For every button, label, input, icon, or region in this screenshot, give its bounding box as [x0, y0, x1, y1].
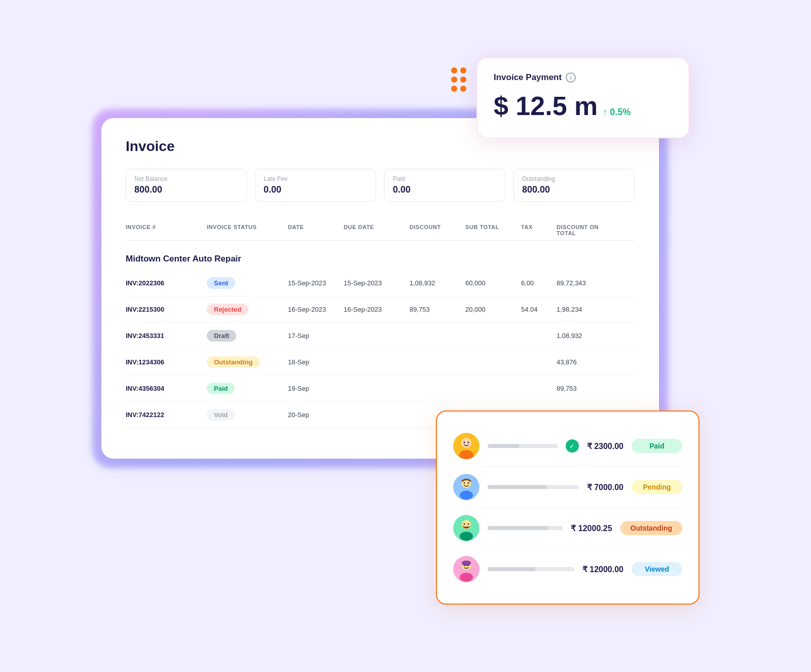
- svg-point-4: [468, 442, 469, 443]
- status-badge: Sent: [207, 277, 235, 289]
- progress-bar: [488, 567, 574, 571]
- invoice-num: INV:2215300: [126, 306, 207, 313]
- invoice-status-cell: Sent: [207, 277, 288, 289]
- invoice-discount: 1,08,932: [410, 279, 465, 287]
- invoice-status-cell: Rejected: [207, 304, 288, 315]
- svg-point-7: [460, 491, 473, 500]
- summary-outstanding: Outstanding 800.00: [513, 169, 635, 202]
- table-row[interactable]: INV:2215300 Rejected 16-Sep-2023 16-Sep-…: [126, 296, 635, 323]
- invoice-discount: 89,753: [410, 306, 465, 313]
- svg-point-12: [460, 532, 473, 541]
- invoice-sub-total: 60,000: [465, 279, 521, 287]
- avatar: [453, 556, 480, 582]
- col-discount: DISCOUNT: [410, 224, 465, 236]
- detail-row: ₹ 12000.00 Viewed: [453, 549, 682, 589]
- outstanding-label: Outstanding: [522, 175, 626, 182]
- invoice-status-cell: Outstanding: [207, 356, 288, 368]
- invoice-num: INV:2453331: [126, 332, 207, 340]
- detail-amount: ₹ 7000.00: [587, 482, 623, 492]
- status-badge: Draft: [207, 330, 236, 342]
- col-sub-total: SUB TOTAL: [465, 224, 521, 236]
- details-card: ✓ ₹ 2300.00 Paid ₹ 7000.00 Pending ₹ 120…: [436, 410, 699, 605]
- svg-point-8: [464, 482, 465, 484]
- col-date: DATE: [288, 224, 344, 236]
- status-badge: Outstanding: [207, 356, 260, 368]
- invoice-date: 15-Sep-2023: [288, 279, 344, 287]
- summary-row: Net Balance 800.00 Late Fee 0.00 Paid 0.…: [126, 169, 635, 202]
- table-row[interactable]: INV:2453331 Draft 17-Sep 1,08,932: [126, 323, 635, 349]
- invoice-card: Invoice Net Balance 800.00 Late Fee 0.00…: [101, 118, 659, 459]
- check-icon: ✓: [566, 439, 579, 453]
- invoice-num: INV:1234306: [126, 358, 207, 366]
- svg-point-3: [464, 442, 465, 443]
- detail-row: ✓ ₹ 2300.00 Paid: [453, 426, 682, 467]
- invoice-due-date: 16-Sep-2023: [344, 306, 410, 313]
- late-fee-label: Late Fee: [264, 175, 367, 182]
- invoice-date: 20-Sep: [288, 411, 344, 419]
- paid-label: Paid: [393, 175, 497, 182]
- status-badge: Void: [207, 409, 235, 421]
- svg-point-1: [461, 438, 471, 448]
- payment-card-title: Invoice Payment i: [494, 72, 672, 83]
- invoice-status-cell: Draft: [207, 330, 288, 342]
- detail-status-badge: Paid: [632, 439, 682, 453]
- invoice-date: 17-Sep: [288, 332, 344, 340]
- late-fee-value: 0.00: [264, 184, 367, 195]
- summary-paid: Paid 0.00: [384, 169, 505, 202]
- detail-amount: ₹ 2300.00: [587, 441, 623, 451]
- invoice-tax: 54.04: [521, 306, 557, 313]
- payment-amount: $ 12.5 m ↑ 0.5%: [494, 91, 672, 121]
- invoice-tax: 6.00: [521, 279, 557, 287]
- progress-bar: [488, 526, 563, 530]
- detail-status-badge: Viewed: [632, 562, 682, 576]
- payment-title-text: Invoice Payment: [494, 72, 562, 83]
- invoice-discount-total: 1,08,932: [557, 332, 617, 340]
- detail-status-badge: Pending: [632, 480, 682, 494]
- paid-value: 0.00: [393, 184, 497, 195]
- info-icon[interactable]: i: [566, 72, 576, 83]
- col-tax: TAX: [521, 224, 557, 236]
- invoice-discount-total: 89,753: [557, 385, 617, 392]
- table-row[interactable]: INV:2022306 Sent 15-Sep-2023 15-Sep-2023…: [126, 270, 635, 296]
- invoice-date: 19-Sep: [288, 385, 344, 392]
- invoice-num: INV:2022306: [126, 279, 207, 287]
- invoice-title: Invoice: [126, 138, 635, 155]
- detail-rows: ✓ ₹ 2300.00 Paid ₹ 7000.00 Pending ₹ 120…: [453, 426, 682, 589]
- invoice-num: INV:7422122: [126, 411, 207, 419]
- invoice-sub-total: 20,000: [465, 306, 521, 313]
- detail-amount: ₹ 12000.00: [582, 565, 623, 574]
- invoice-date: 16-Sep-2023: [288, 306, 344, 313]
- status-badge: Rejected: [207, 304, 248, 315]
- status-badge: Paid: [207, 383, 235, 394]
- invoice-due-date: 15-Sep-2023: [344, 279, 410, 287]
- dots-decoration: [451, 67, 466, 92]
- detail-amount: ₹ 12000.25: [571, 524, 612, 533]
- avatar: [453, 433, 480, 459]
- summary-late-fee: Late Fee 0.00: [255, 169, 376, 202]
- col-due-date: DUE DATE: [344, 224, 410, 236]
- table-rows: INV:2022306 Sent 15-Sep-2023 15-Sep-2023…: [126, 270, 635, 428]
- invoice-status-cell: Void: [207, 409, 288, 421]
- col-discount-on-total: DISCOUNT ON TOTAL: [557, 224, 617, 236]
- payment-amount-value: $ 12.5 m: [494, 91, 598, 121]
- payment-card: Invoice Payment i $ 12.5 m ↑ 0.5%: [476, 57, 689, 138]
- net-balance-label: Net Balance: [134, 175, 238, 182]
- net-balance-value: 800.00: [134, 184, 238, 195]
- progress-bar: [488, 485, 579, 489]
- svg-point-9: [468, 482, 469, 484]
- outstanding-value: 800.00: [522, 184, 626, 195]
- invoice-date: 18-Sep: [288, 358, 344, 366]
- avatar: [453, 474, 480, 500]
- table-row[interactable]: INV:1234306 Outstanding 18-Sep 43,876: [126, 349, 635, 376]
- invoice-status-cell: Paid: [207, 383, 288, 394]
- invoice-discount-total: 43,876: [557, 358, 617, 366]
- detail-status-badge: Outstanding: [620, 521, 682, 535]
- summary-net-balance: Net Balance 800.00: [126, 169, 247, 202]
- svg-point-14: [468, 524, 469, 525]
- svg-point-13: [464, 524, 465, 525]
- table-row[interactable]: INV:4356304 Paid 19-Sep 89,753: [126, 376, 635, 402]
- invoice-discount-total: 1,98,234: [557, 306, 617, 313]
- table-header: INVOICE # INVOICE STATUS DATE DUE DATE D…: [126, 220, 635, 241]
- payment-growth: ↑ 0.5%: [603, 107, 631, 118]
- progress-bar: [488, 444, 558, 448]
